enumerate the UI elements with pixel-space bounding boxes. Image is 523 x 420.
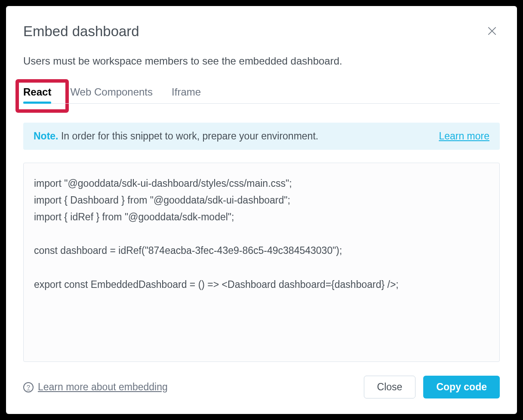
- tab-iframe[interactable]: Iframe: [172, 86, 201, 103]
- note-prefix: Note.: [34, 130, 58, 142]
- note-bar: Note. In order for this snippet to work,…: [23, 123, 500, 150]
- close-icon[interactable]: [484, 23, 500, 39]
- note-body: In order for this snippet to work, prepa…: [58, 130, 319, 142]
- code-snippet[interactable]: import "@gooddata/sdk-ui-dashboard/style…: [23, 163, 500, 362]
- dialog-footer: ? Learn more about embedding Close Copy …: [23, 376, 500, 398]
- dialog-header: Embed dashboard: [23, 23, 500, 40]
- learn-embedding-link[interactable]: ? Learn more about embedding: [23, 381, 168, 393]
- close-button[interactable]: Close: [364, 376, 416, 398]
- tab-web-components[interactable]: Web Components: [70, 86, 153, 103]
- help-icon: ?: [23, 382, 34, 392]
- learn-embedding-label: Learn more about embedding: [38, 381, 168, 393]
- dialog-subtitle: Users must be workspace members to see t…: [23, 55, 500, 67]
- dialog-title: Embed dashboard: [23, 23, 139, 40]
- tabs: React Web Components Iframe: [23, 86, 500, 104]
- footer-buttons: Close Copy code: [364, 376, 500, 398]
- note-text: Note. In order for this snippet to work,…: [34, 130, 318, 142]
- embed-dashboard-dialog: Embed dashboard Users must be workspace …: [6, 6, 517, 414]
- copy-code-button[interactable]: Copy code: [423, 376, 500, 398]
- tabs-wrap: React Web Components Iframe: [23, 86, 500, 104]
- tab-react[interactable]: React: [23, 86, 51, 103]
- learn-more-link[interactable]: Learn more: [439, 130, 489, 142]
